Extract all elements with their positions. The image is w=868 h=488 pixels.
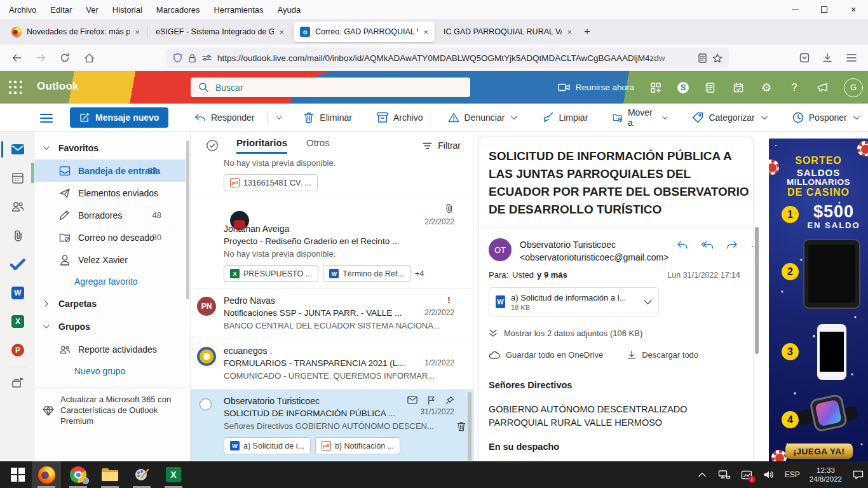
- back-icon[interactable]: [9, 50, 24, 65]
- new-tab-button[interactable]: +: [578, 23, 596, 41]
- todo-icon[interactable]: [10, 256, 26, 273]
- menu-editar[interactable]: Editar: [50, 5, 72, 15]
- powerpoint-icon[interactable]: P: [10, 342, 26, 358]
- folder-sent[interactable]: Elementos enviados: [35, 182, 190, 204]
- email-row-jonathan[interactable]: Jonathan Aveiga Proyecto - Rediseño Grad…: [191, 198, 473, 288]
- network-icon[interactable]: [718, 468, 731, 481]
- tab-otros[interactable]: Otros: [306, 137, 330, 154]
- email-row-ecuanegos[interactable]: ecuanegos . FORMULARIOS - TRANSPARENCIA …: [191, 339, 473, 389]
- groups-section-header[interactable]: Grupos: [35, 315, 190, 338]
- delete-button[interactable]: Eliminar: [299, 112, 356, 123]
- tab-close-icon[interactable]: ×: [279, 27, 284, 37]
- menu-ver[interactable]: Ver: [86, 5, 98, 15]
- reply-button[interactable]: Responder: [191, 112, 259, 123]
- sender-avatar[interactable]: OT: [489, 238, 512, 261]
- move-to-button[interactable]: Mover a: [609, 107, 671, 128]
- attachment-chip[interactable]: W Término de Ref...: [323, 265, 410, 282]
- folders-section-header[interactable]: Carpetas: [35, 292, 190, 315]
- language-indicator[interactable]: ESP: [785, 470, 800, 479]
- attachment-dropdown-icon[interactable]: [644, 299, 652, 305]
- search-input[interactable]: [215, 83, 425, 93]
- attachment-chip[interactable]: pdf 1316615481 CV. ...: [224, 174, 318, 191]
- menu-marcadores[interactable]: Marcadores: [156, 5, 200, 15]
- volume-icon[interactable]: [763, 468, 775, 481]
- tab-outlook-active[interactable]: o Correo: GAD PARROQUIAL VALL ×: [294, 22, 435, 42]
- menu-ayuda[interactable]: Ayuda: [277, 5, 301, 15]
- taskbar-chrome[interactable]: [64, 461, 93, 488]
- url-bar[interactable]: https://outlook.live.com/mail/0/inbox/id…: [166, 48, 729, 68]
- folder-inbox[interactable]: Bandeja de entrada 82: [35, 159, 186, 182]
- bookmark-star-icon[interactable]: [712, 53, 722, 63]
- snooze-button[interactable]: Posponer: [789, 112, 864, 123]
- sweep-button[interactable]: Limpiar: [538, 112, 592, 123]
- reply-dropdown-icon[interactable]: [276, 116, 282, 120]
- forward-icon[interactable]: [726, 241, 738, 249]
- outlook-brand[interactable]: Outlook: [37, 80, 79, 93]
- add-favorite-link[interactable]: Agregar favorito: [35, 271, 190, 292]
- meet-now-button[interactable]: Reunirse ahora: [558, 83, 634, 92]
- pin-icon[interactable]: [445, 396, 454, 405]
- save-onedrive-button[interactable]: Guardar todo en OneDrive: [489, 350, 603, 360]
- more-options-icon[interactable]: ⋯: [750, 241, 754, 252]
- menu-historial[interactable]: Historial: [112, 5, 142, 15]
- flag-icon[interactable]: [428, 396, 435, 405]
- settings-gear-icon[interactable]: ⚙: [760, 81, 773, 94]
- report-button[interactable]: Denunciar: [444, 112, 522, 123]
- attachments-icon[interactable]: [10, 227, 26, 243]
- forward-icon[interactable]: [33, 50, 48, 65]
- ad-play-now-button[interactable]: ¡JUEGA YA!: [785, 444, 853, 459]
- taskbar-excel[interactable]: X: [159, 461, 188, 488]
- onenote-feed-icon[interactable]: [704, 81, 717, 94]
- message-list-scrollbar[interactable]: [468, 392, 471, 461]
- reader-view-icon[interactable]: [698, 53, 707, 63]
- sender-name[interactable]: Observatorio Turisticoec: [520, 240, 616, 250]
- new-message-button[interactable]: Mensaje nuevo: [70, 107, 168, 128]
- new-group-link[interactable]: Nuevo grupo: [35, 360, 190, 382]
- group-reporte-actividades[interactable]: Reporte actividades: [35, 338, 190, 360]
- security-alert-icon[interactable]: !: [740, 468, 753, 481]
- start-button[interactable]: [6, 461, 29, 488]
- attachment-card[interactable]: W a) Solicitud de información a l... 18 …: [489, 287, 659, 316]
- minimize-button[interactable]: [780, 0, 810, 19]
- url-text[interactable]: https://outlook.live.com/mail/0/inbox/id…: [217, 53, 693, 63]
- taskbar-file-explorer[interactable]: [95, 461, 125, 488]
- delete-email-icon[interactable]: [457, 421, 466, 431]
- tab-close-icon[interactable]: ×: [135, 27, 140, 37]
- app-launcher-icon[interactable]: [9, 81, 23, 95]
- tab-prioritarios[interactable]: Prioritarios: [236, 137, 287, 154]
- lock-icon[interactable]: [188, 53, 196, 63]
- attachment-chip[interactable]: W a) Solicitud de i...: [224, 437, 311, 454]
- reply-all-icon[interactable]: [701, 241, 714, 249]
- attachment-chip[interactable]: pdf b) Notificación ...: [315, 437, 400, 454]
- categorize-button[interactable]: Categorizar: [688, 112, 771, 123]
- to-more[interactable]: y 9 más: [537, 270, 567, 280]
- account-avatar[interactable]: G: [844, 78, 863, 97]
- email-row-partial[interactable]: No hay vista previa disponible. pdf 1316…: [191, 157, 473, 198]
- folder-pane-toggle-icon[interactable]: [40, 111, 54, 124]
- permissions-icon[interactable]: [202, 54, 212, 62]
- menu-archivo[interactable]: Archivo: [9, 5, 36, 15]
- favorites-section-header[interactable]: Favoritos: [35, 137, 190, 159]
- archive-button[interactable]: Archivo: [373, 112, 427, 123]
- folder-drafts[interactable]: Borradores 48: [35, 204, 190, 226]
- downloads-icon[interactable]: [820, 50, 835, 65]
- tab-esigef[interactable]: eSIGEF - Sistema Integrado de Gestió ×: [149, 22, 290, 42]
- calendar-icon[interactable]: [10, 170, 26, 186]
- taskbar-firefox[interactable]: [32, 461, 61, 488]
- feedback-megaphone-icon[interactable]: [816, 81, 829, 94]
- more-apps-icon[interactable]: [10, 374, 26, 391]
- daily-apps-icon[interactable]: [649, 81, 662, 94]
- people-icon[interactable]: [10, 198, 26, 215]
- mark-read-icon[interactable]: [407, 396, 417, 404]
- reading-pane-scrollbar[interactable]: [755, 227, 759, 354]
- tab-close-icon[interactable]: ×: [567, 27, 572, 37]
- close-button[interactable]: ×: [839, 0, 868, 19]
- reply-icon[interactable]: [677, 241, 688, 249]
- to-value[interactable]: Usted: [512, 270, 534, 280]
- word-icon[interactable]: W: [10, 285, 26, 301]
- tab-ic-gad[interactable]: IC GAD PARROQUIAL RURAL VALLE ×: [437, 22, 578, 42]
- clock[interactable]: 12:33 24/8/2022: [810, 466, 842, 484]
- attachment-chip[interactable]: X PRESUPUESTO ...: [224, 265, 318, 282]
- search-box[interactable]: [191, 78, 470, 97]
- sender-email[interactable]: <observatorioturisticoec@gmail.com>: [520, 252, 668, 262]
